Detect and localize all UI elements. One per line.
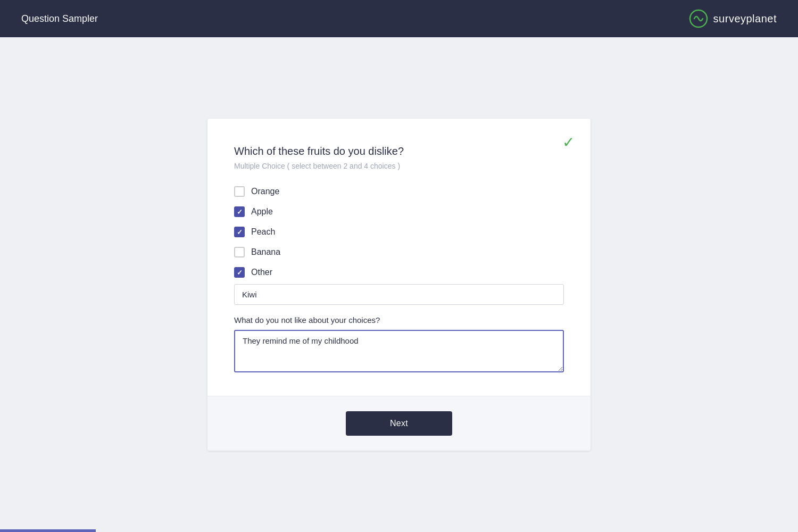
main-content: ✓ Which of these fruits do you dislike? … xyxy=(0,37,798,532)
header: Question Sampler surveyplanet xyxy=(0,0,798,37)
choice-item-peach[interactable]: Peach xyxy=(234,227,564,237)
choice-label-apple: Apple xyxy=(251,207,273,217)
question-title: Which of these fruits do you dislike? xyxy=(234,145,564,157)
choice-label-banana: Banana xyxy=(251,247,280,257)
checkmark-icon: ✓ xyxy=(562,134,575,151)
choice-item-orange[interactable]: Orange xyxy=(234,186,564,197)
bottom-progress-bar xyxy=(0,529,96,532)
checkbox-orange[interactable] xyxy=(234,186,245,197)
card-body: ✓ Which of these fruits do you dislike? … xyxy=(207,119,591,396)
choice-label-orange: Orange xyxy=(251,187,279,196)
checkbox-apple[interactable] xyxy=(234,206,245,217)
survey-card: ✓ Which of these fruits do you dislike? … xyxy=(207,119,591,451)
question-subtitle: Multiple Choice ( select between 2 and 4… xyxy=(234,162,564,170)
logo-icon xyxy=(689,9,708,28)
choice-item-banana[interactable]: Banana xyxy=(234,247,564,257)
other-text-input[interactable] xyxy=(234,284,564,305)
checkbox-peach[interactable] xyxy=(234,227,245,237)
next-button[interactable]: Next xyxy=(346,411,452,436)
follow-up-textarea[interactable]: They remind me of my childhood xyxy=(234,330,564,372)
logo: surveyplanet xyxy=(689,9,777,28)
app-title: Question Sampler xyxy=(21,13,98,24)
logo-text: surveyplanet xyxy=(713,13,777,25)
checkbox-other[interactable] xyxy=(234,267,245,278)
choice-label-other: Other xyxy=(251,268,272,277)
card-footer: Next xyxy=(207,396,591,451)
choice-item-apple[interactable]: Apple xyxy=(234,206,564,217)
choices-list: Orange Apple Peach Banana Other xyxy=(234,186,564,278)
choice-item-other[interactable]: Other xyxy=(234,267,564,278)
follow-up-label: What do you not like about your choices? xyxy=(234,315,564,325)
choice-label-peach: Peach xyxy=(251,227,275,237)
checkbox-banana[interactable] xyxy=(234,247,245,257)
